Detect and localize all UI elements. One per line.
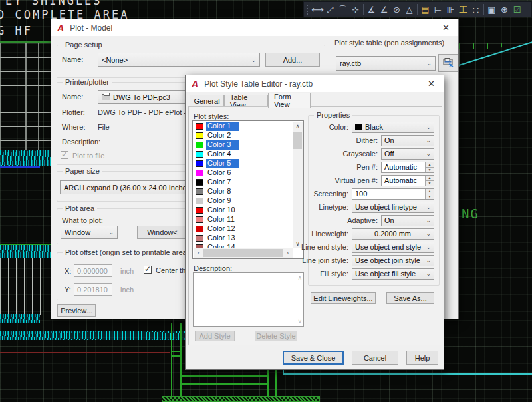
vertical-scrollbar[interactable]: ∧ ∨ (293, 122, 303, 248)
close-icon[interactable]: ✕ (442, 23, 450, 33)
virtual-pen-number-spinner[interactable]: Automatic▲▼ (381, 175, 434, 186)
horizontal-scrollbar[interactable]: ‹ › (194, 248, 293, 258)
scrollbar-thumb[interactable] (293, 132, 302, 149)
angular-dimension-icon[interactable]: △ (403, 3, 416, 16)
spin-down-icon[interactable]: ▼ (426, 181, 434, 186)
cancel-button[interactable]: Cancel (352, 351, 398, 365)
what-to-plot-combo[interactable]: Window ⌄ (61, 226, 118, 239)
color-combo[interactable]: Black⌄ (352, 122, 434, 133)
tab-general[interactable]: General (190, 95, 224, 107)
scroll-up-icon[interactable]: ∧ (293, 122, 303, 131)
editor-titlebar[interactable]: A Plot Style Table Editor - ray.ctb (186, 75, 444, 92)
scroll-right-icon[interactable]: › (283, 248, 293, 258)
screening-spinner[interactable]: 100▲▼ (352, 188, 434, 200)
color-swatch-icon (196, 207, 203, 214)
plot-style-table-value: ray.ctb (340, 59, 361, 67)
center-plot-checkbox[interactable] (144, 266, 152, 274)
radius-dimension-icon[interactable]: ∡ (365, 3, 378, 16)
toolbar-grip[interactable] (307, 5, 309, 15)
plot-style-item[interactable]: Color 8 (194, 187, 293, 196)
edit-plot-style-table-button[interactable] (438, 54, 458, 72)
center-mark-icon[interactable]: ⊕ (498, 3, 511, 16)
plot-style-item[interactable]: Color 5 (194, 159, 293, 168)
help-button[interactable]: Help (406, 351, 438, 365)
grayscale-combo[interactable]: Off⌄ (381, 148, 434, 160)
close-icon[interactable]: ✕ (428, 79, 435, 89)
spin-down-icon[interactable]: ▼ (426, 168, 434, 172)
screening-row: Screening:100▲▼ (309, 187, 440, 200)
plot-style-item-label: Color 13 (206, 234, 243, 243)
arc-length-dimension-icon[interactable]: ⌒ (336, 3, 349, 16)
jogged-dimension-icon[interactable]: ∠ (378, 3, 390, 16)
quick-dimension-icon[interactable]: ▤ (419, 3, 432, 16)
tab-form-view[interactable]: Form View (268, 93, 311, 108)
plot-style-item[interactable]: Color 3 (194, 140, 293, 150)
page-setup-name-combo[interactable]: <None> ⌄ (98, 53, 260, 67)
line-join-style-combo[interactable]: Use object join style⌄ (352, 255, 434, 266)
plot-style-item[interactable]: Color 12 (194, 224, 293, 234)
plot-dialog-titlebar[interactable]: A Plot - Model (51, 19, 458, 36)
plot-style-item[interactable]: Color 6 (194, 168, 293, 178)
dimension-style-icon[interactable]: ▣ (485, 3, 498, 16)
plot-style-item[interactable]: Color 9 (194, 196, 293, 206)
plot-style-item[interactable]: Color 10 (194, 206, 293, 215)
plot-styles-list: Color 1Color 2Color 3Color 4Color 5Color… (194, 122, 293, 248)
scrollbar-thumb[interactable] (203, 249, 283, 257)
baseline-dimension-icon[interactable]: ⊨ (432, 3, 444, 16)
dimension-update-icon[interactable]: ☑ (511, 3, 523, 16)
plot-style-item[interactable]: Color 13 (194, 234, 293, 243)
plot-style-item[interactable]: Color 7 (194, 178, 293, 187)
color-swatch-icon (196, 198, 203, 204)
aligned-dimension-icon[interactable]: ⤢ (324, 3, 336, 16)
chevron-down-icon: ⌄ (426, 230, 431, 237)
save-as-button[interactable]: Save As... (386, 292, 434, 304)
plot-dialog-title: Plot - Model (70, 23, 112, 33)
tab-general-label: General (194, 97, 219, 105)
spin-down-icon[interactable]: ▼ (426, 194, 434, 199)
plot-style-table-combo[interactable]: ray.ctb ⌄ (336, 56, 436, 71)
continue-dimension-icon[interactable]: ⊪ (444, 3, 457, 16)
dimension-text-edit-icon[interactable]: 工 (457, 3, 469, 16)
plot-style-item[interactable]: Color 14 (194, 243, 293, 248)
plot-style-item[interactable]: Color 2 (194, 131, 293, 140)
adaptive-combo[interactable]: On⌄ (381, 215, 434, 226)
chevron-down-icon: ⌄ (426, 270, 431, 277)
cad-green-label: NG (462, 206, 479, 221)
spin-up-icon[interactable]: ▲ (426, 189, 434, 194)
line-end-style-label: Line end style: (301, 243, 348, 251)
cad-cyan-hatch (0, 314, 40, 323)
grayscale-label: Grayscale: (342, 150, 378, 158)
plot-to-file-checkbox (61, 151, 68, 159)
linetype-combo[interactable]: Use object linetype⌄ (352, 202, 434, 213)
line-end-style-row: Line end style:Use object end style⌄ (309, 240, 440, 254)
plot-style-item[interactable]: Color 1 (194, 122, 293, 131)
fill-style-label: Fill style: (320, 270, 348, 278)
ordinate-dimension-icon[interactable]: ⊹ (349, 3, 362, 16)
pen-number-spinner[interactable]: Automatic▲▼ (381, 162, 434, 173)
tab-table-view[interactable]: Table View (224, 95, 268, 107)
plot-style-item-label: Color 12 (206, 224, 243, 234)
diameter-dimension-icon[interactable]: ⊘ (390, 3, 403, 16)
cad-blue-line (0, 166, 40, 168)
save-and-close-button[interactable]: Save & Close (283, 351, 344, 365)
window-pick-button[interactable]: Window< (137, 226, 188, 239)
line-end-style-combo[interactable]: Use object end style⌄ (352, 242, 434, 253)
scroll-left-icon[interactable]: ‹ (194, 248, 203, 258)
spinner-buttons: ▲▼ (425, 176, 434, 186)
chevron-down-icon: ⌄ (426, 60, 432, 67)
dither-combo[interactable]: On⌄ (381, 135, 434, 146)
fill-style-combo[interactable]: Use object fill style⌄ (352, 268, 434, 280)
edit-lineweights-button[interactable]: Edit Lineweights... (311, 292, 376, 304)
offset-y-input: 0.201810 (74, 283, 112, 296)
plotter-icon (102, 94, 110, 100)
description-textarea[interactable]: ∧ ∨ (193, 272, 304, 327)
lineweight-combo[interactable]: 0.2000 mm⌄ (352, 228, 434, 240)
plot-style-item[interactable]: Color 4 (194, 150, 293, 159)
plot-style-item[interactable]: Color 11 (194, 215, 293, 224)
preview-button[interactable]: Preview... (57, 304, 96, 317)
add-page-setup-button[interactable]: Add... (265, 53, 320, 67)
spin-up-icon[interactable]: ▲ (426, 176, 434, 181)
linear-dimension-icon[interactable]: ⟷ (311, 3, 324, 16)
dimension-break-icon[interactable]: ⸬ (469, 3, 482, 16)
spin-up-icon[interactable]: ▲ (426, 162, 434, 168)
